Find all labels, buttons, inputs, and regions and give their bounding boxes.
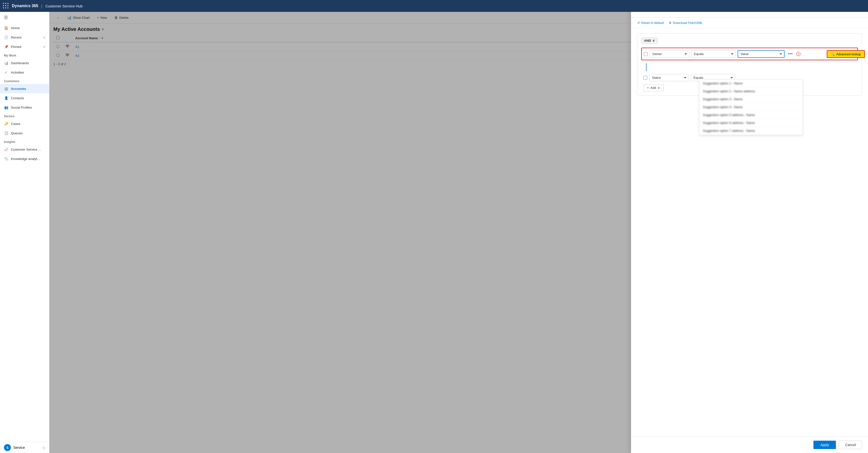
title-separator: | [41, 3, 42, 9]
row1-field-select[interactable]: Owner Status Account Name [650, 51, 689, 58]
suggestion-item[interactable]: Suggestion option 3 - Name [699, 95, 803, 103]
add-label: Add [650, 86, 656, 90]
sidebar-item-home[interactable]: 🏠 Home [0, 23, 49, 33]
service-section: Service [0, 112, 49, 119]
download-icon: ⬇ [669, 21, 672, 25]
reset-button[interactable]: ↺ Reset to default [637, 20, 664, 26]
home-icon: 🏠 [4, 26, 8, 30]
download-label: Download FetchXML [673, 21, 703, 25]
row1-checkbox[interactable] [644, 52, 648, 56]
dashboards-icon: 📊 [4, 61, 8, 65]
sidebar-item-label: Pinned [11, 45, 21, 48]
filter-toolbar: ↺ Reset to default ⬇ Download FetchXML [631, 18, 868, 28]
advanced-lookup-button[interactable]: 🔍 Advanced lookup [827, 50, 865, 58]
sidebar-item-accounts[interactable]: 🏢 Accounts [0, 84, 49, 93]
cases-icon: 🔑 [4, 122, 8, 126]
apps-grid[interactable] [3, 3, 9, 9]
social-profiles-icon: 👥 [4, 105, 8, 109]
row2-field-select[interactable]: Status Owner Account Name [649, 74, 689, 81]
row2-checkbox[interactable] [643, 76, 647, 80]
and-chevron: ∨ [652, 39, 655, 42]
sidebar-item-dashboards[interactable]: 📊 Dashboards [0, 58, 49, 68]
sidebar-item-label: Queues [11, 131, 23, 135]
advanced-lookup-label: Advanced lookup [836, 52, 861, 56]
suggestion-item[interactable]: Suggestion option 2 - Name address [699, 87, 803, 95]
sidebar-item-cases[interactable]: 🔑 Cases [0, 119, 49, 128]
suggestion-item[interactable]: Suggestion option 4 - Name [699, 103, 803, 111]
hamburger-button[interactable]: ☰ [0, 12, 49, 23]
knowledge-icon: 📉 [4, 157, 8, 161]
row1-more-button[interactable]: ••• [786, 51, 794, 57]
pin-icon: 📌 [4, 44, 8, 49]
sidebar-item-label: Recent [11, 36, 22, 39]
sidebar-item-label: Accounts [11, 87, 26, 91]
sidebar-item-pinned[interactable]: 📌 Pinned ∨ [0, 42, 49, 51]
filter-body: AND ∨ Owner Status Account Name Equals N… [631, 28, 868, 436]
contacts-icon: 👤 [4, 96, 8, 100]
suggestion-item[interactable]: Suggestion option 7 address - Name [699, 127, 803, 135]
sidebar-item-label: Activities [11, 71, 24, 74]
row1-error-icon: ⓘ [796, 51, 801, 57]
app-title: Dynamics 365 [12, 4, 38, 8]
sidebar-item-label: Contacts [11, 96, 24, 100]
suggestion-item[interactable]: Suggestion option 5 address - Name [699, 111, 803, 119]
sidebar-item-contacts[interactable]: 👤 Contacts [0, 93, 49, 103]
sidebar-item-label: Dashboards [11, 61, 29, 65]
accounts-icon: 🏢 [4, 87, 8, 91]
and-group: AND ∨ Owner Status Account Name Equals N… [637, 33, 862, 96]
sidebar-item-recent[interactable]: 🕐 Recent ∨ [0, 33, 49, 42]
recent-icon: 🕐 [4, 35, 8, 39]
suggestion-dropdown: Suggestion option 1 - Name Suggestion op… [699, 79, 803, 135]
user-avatar: S [4, 444, 11, 451]
sidebar-item-activities[interactable]: ✓ Activities [0, 68, 49, 77]
sidebar-item-label: Social Profiles [11, 106, 32, 109]
insights-section: Insights [0, 138, 49, 145]
sidebar-item-label: Knowledge analyt... [11, 157, 40, 161]
add-icon: + [647, 86, 649, 90]
sidebar-item-queues[interactable]: 📋 Queues [0, 128, 49, 138]
suggestion-item[interactable]: Suggestion option 1 - Name [699, 79, 803, 87]
pinned-arrow: ∨ [43, 45, 45, 48]
row-connector [641, 63, 858, 71]
suggestion-item[interactable]: Suggestion option 6 address - Name [699, 119, 803, 127]
apply-button[interactable]: Apply [813, 441, 836, 449]
customer-service-icon: 📈 [4, 147, 8, 152]
sidebar: ☰ 🏠 Home 🕐 Recent ∨ 📌 Pinned ∨ My Work 📊… [0, 12, 50, 453]
filter-row-1: Owner Status Account Name Equals Not Equ… [641, 47, 858, 60]
filter-panel: Edit filters: Accounts ✕ ↺ Reset to defa… [631, 0, 868, 453]
sidebar-bottom-chevron: ◇ [42, 446, 45, 450]
my-work-section: My Work [0, 51, 49, 58]
sidebar-item-social-profiles[interactable]: 👥 Social Profiles [0, 103, 49, 112]
sidebar-item-label: Customer Service ... [11, 148, 41, 151]
customers-section: Customers [0, 77, 49, 84]
sidebar-item-customer-service[interactable]: 📈 Customer Service ... [0, 145, 49, 154]
recent-arrow: ∨ [43, 36, 45, 39]
download-fetchxml-button[interactable]: ⬇ Download FetchXML [669, 20, 703, 26]
sidebar-item-label: Home [11, 26, 20, 30]
reset-label: Reset to default [641, 21, 664, 25]
cancel-button[interactable]: Cancel [839, 441, 862, 449]
add-filter-button[interactable]: + Add ∨ [643, 84, 664, 91]
add-chevron: ∨ [658, 86, 660, 90]
app-name: Customer Service Hub [45, 4, 83, 8]
top-bar: Dynamics 365 | Customer Service Hub [0, 0, 868, 12]
lookup-icon: 🔍 [831, 52, 835, 56]
sidebar-bottom-label: Service [13, 446, 25, 450]
sidebar-item-label: Cases [11, 122, 20, 126]
sidebar-item-knowledge[interactable]: 📉 Knowledge analyt... [0, 154, 49, 163]
queues-icon: 📋 [4, 131, 8, 135]
sidebar-bottom[interactable]: S Service ◇ [0, 442, 49, 453]
reset-icon: ↺ [637, 21, 640, 25]
row1-value-select[interactable]: Value [738, 50, 784, 58]
activities-icon: ✓ [4, 70, 8, 74]
filter-footer: Apply Cancel [631, 436, 868, 453]
and-badge[interactable]: AND ∨ [641, 37, 658, 44]
and-label: AND [644, 39, 651, 42]
row1-operator-select[interactable]: Equals Not Equals [691, 51, 736, 58]
